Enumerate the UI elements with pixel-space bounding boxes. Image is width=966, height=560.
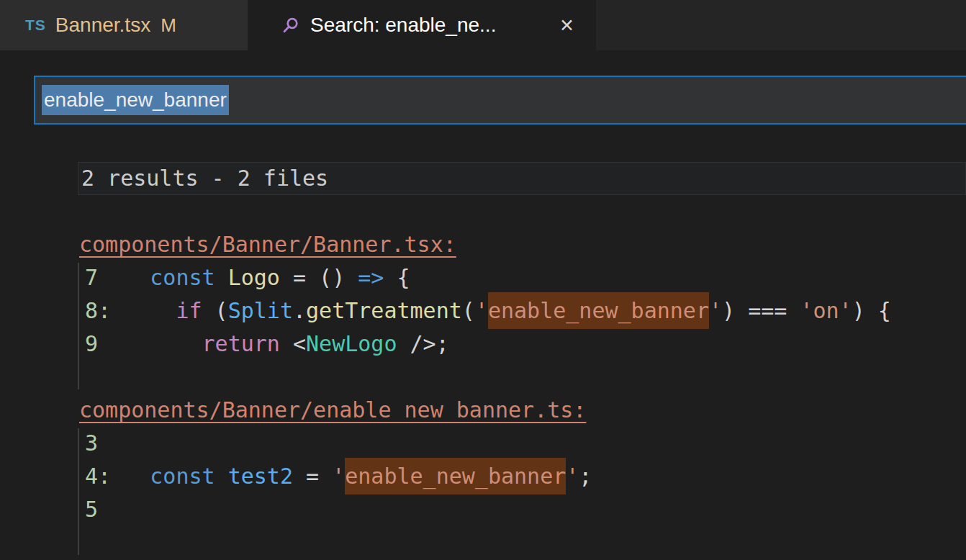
code-token	[111, 298, 176, 323]
code-token: '	[475, 298, 488, 323]
code-token: Split	[228, 298, 293, 323]
tab-title: Banner.tsx	[55, 14, 150, 37]
modified-badge: M	[161, 14, 176, 37]
code-token: getTreatment	[306, 298, 462, 323]
code-token: '	[566, 464, 579, 489]
code-token: '	[709, 298, 722, 323]
code-line[interactable]: 4: const test2 = 'enable_new_banner';	[85, 460, 966, 493]
code-token: (	[202, 298, 228, 323]
result-block: 34: const test2 = 'enable_new_banner';5	[78, 427, 966, 526]
code-token	[98, 265, 150, 290]
close-icon[interactable]: ✕	[559, 15, 574, 36]
code-token	[98, 331, 202, 356]
file-path-link[interactable]: components/Banner/Banner.tsx:	[78, 228, 456, 261]
code-token: =>	[358, 265, 384, 290]
code-line[interactable]: 5	[85, 493, 966, 526]
code-token	[111, 464, 150, 489]
code-token: 8:	[85, 298, 111, 323]
search-match-highlight: enable_new_banner	[488, 292, 709, 329]
code-token: ;	[579, 464, 592, 489]
tab-title: Search: enable_ne...	[310, 14, 496, 37]
result-block: 7 const Logo = () => {8: if (Split.getTr…	[78, 261, 966, 361]
code-token: />;	[397, 331, 449, 356]
search-result-file: components/Banner/Banner.tsx:7 const Log…	[78, 228, 966, 361]
code-token: 4:	[85, 464, 111, 489]
search-editor-pane: enable_new_banner 2 results - 2 files co…	[0, 50, 966, 560]
code-token: NewLogo	[306, 331, 397, 356]
selected-query-text: enable_new_banner	[42, 85, 229, 115]
code-token: const	[150, 464, 215, 489]
tab-search-editor[interactable]: Search: enable_ne... ✕	[248, 0, 596, 50]
code-token: 5	[85, 497, 98, 522]
code-token: const	[150, 265, 215, 290]
code-token: Logo	[228, 265, 280, 290]
code-token: {	[384, 265, 410, 290]
code-line[interactable]: 9 return <NewLogo />;	[85, 328, 966, 361]
code-token	[215, 265, 228, 290]
code-token: =	[293, 464, 332, 489]
file-path-link[interactable]: components/Banner/enable_new_banner.ts:	[78, 394, 586, 427]
tab-banner-tsx[interactable]: TS Banner.tsx M	[0, 0, 248, 50]
code-token: = ()	[280, 265, 358, 290]
code-token: <	[280, 331, 306, 356]
code-token: 3	[85, 430, 98, 456]
code-token: return	[202, 331, 280, 356]
code-token: '	[332, 464, 345, 489]
code-token: 9	[85, 331, 98, 356]
code-line[interactable]: 3	[85, 427, 966, 460]
code-token: .	[293, 298, 306, 323]
code-token: 'on'	[800, 298, 852, 323]
code-token	[215, 464, 228, 489]
code-token: if	[176, 298, 202, 323]
search-match-highlight: enable_new_banner	[345, 458, 566, 494]
code-line[interactable]: 7 const Logo = () => {	[85, 261, 966, 294]
search-icon	[281, 16, 300, 35]
code-line[interactable]: 8: if (Split.getTreatment('enable_new_ba…	[85, 294, 966, 328]
search-result-file: components/Banner/enable_new_banner.ts:3…	[78, 394, 966, 526]
code-token: ) {	[852, 298, 891, 323]
results-list: components/Banner/Banner.tsx:7 const Log…	[78, 228, 966, 526]
typescript-icon: TS	[25, 17, 46, 34]
code-token: (	[462, 298, 475, 323]
results-summary: 2 results - 2 files	[78, 162, 966, 195]
tab-bar: TS Banner.tsx M Search: enable_ne... ✕	[0, 0, 966, 50]
search-query-input[interactable]: enable_new_banner	[34, 76, 966, 125]
code-token: 7	[85, 265, 98, 290]
code-token: ) ===	[722, 298, 800, 323]
search-results: 2 results - 2 files components/Banner/Ba…	[0, 162, 966, 526]
code-token: test2	[228, 464, 293, 489]
